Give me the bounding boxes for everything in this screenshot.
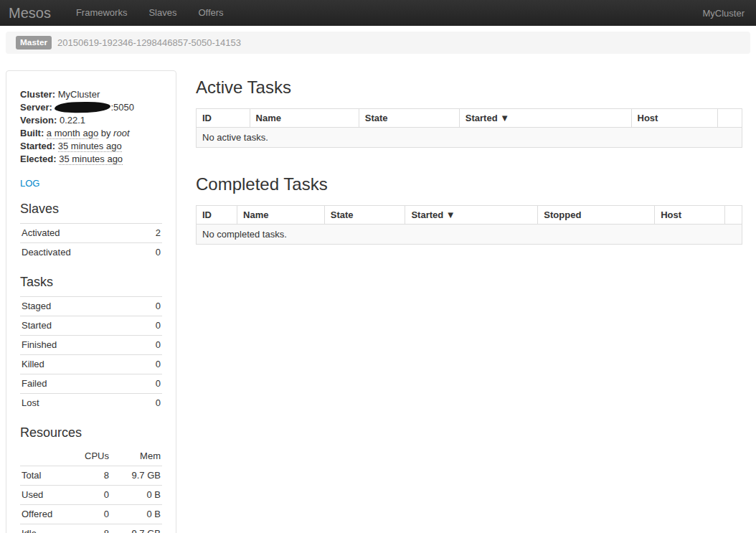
built-user: root xyxy=(113,128,129,138)
resources-idle-label: Idle xyxy=(20,524,69,533)
active-col-actions xyxy=(718,109,742,128)
breadcrumb: Master 20150619-192346-1298446857-5050-1… xyxy=(6,32,750,54)
empty-row: No completed tasks. xyxy=(197,225,742,245)
tasks-staged-count: 0 xyxy=(137,297,162,316)
resources-header-cpus: CPUs xyxy=(69,447,110,466)
sidebar-panel: Cluster: MyCluster Server: :5050 Version… xyxy=(6,70,176,533)
table-row: Used 0 0 B xyxy=(20,486,162,505)
tasks-heading: Tasks xyxy=(20,274,162,290)
table-row: Killed 0 xyxy=(20,355,162,374)
elected-time-tooltip: 35 minutes ago xyxy=(59,154,123,165)
tasks-started-count: 0 xyxy=(137,316,162,336)
completed-col-host[interactable]: Host xyxy=(655,206,725,225)
slaves-table: Activated 2 Deactivated 0 xyxy=(20,223,162,262)
resources-total-label: Total xyxy=(20,466,69,486)
server-port: :5050 xyxy=(110,102,134,113)
active-col-state[interactable]: State xyxy=(359,109,459,128)
redacted-server-address xyxy=(55,101,110,113)
tasks-finished-label: Finished xyxy=(20,336,137,355)
tasks-failed-label: Failed xyxy=(20,374,137,394)
slaves-deactivated-count: 0 xyxy=(143,243,162,263)
resources-heading: Resources xyxy=(20,425,162,440)
completed-col-name[interactable]: Name xyxy=(237,206,325,225)
version-value: 0.22.1 xyxy=(60,115,85,126)
active-tasks-title: Active Tasks xyxy=(196,77,742,98)
nav-item-frameworks[interactable]: Frameworks xyxy=(65,0,138,26)
completed-col-state[interactable]: State xyxy=(324,206,405,225)
info-line-server: Server: :5050 xyxy=(20,101,162,114)
tasks-lost-label: Lost xyxy=(20,394,137,413)
tasks-table: Staged 0 Started 0 Finished 0 Killed 0 F… xyxy=(20,296,162,412)
table-row: CPUs Mem xyxy=(20,447,162,466)
master-id-text: 20150619-192346-1298446857-5050-14153 xyxy=(57,37,241,48)
resources-used-label: Used xyxy=(20,486,69,505)
completed-tasks-title: Completed Tasks xyxy=(196,174,742,195)
resources-header-empty xyxy=(20,447,69,466)
slaves-activated-label: Activated xyxy=(20,224,143,243)
started-label: Started: xyxy=(20,141,55,151)
info-line-built: Built: a month ago by root xyxy=(20,127,162,140)
resources-offered-mem: 0 B xyxy=(110,505,162,524)
info-line-started: Started: 35 minutes ago xyxy=(20,140,162,153)
built-label: Built: xyxy=(20,128,44,138)
table-row: Staged 0 xyxy=(20,297,162,316)
info-line-version: Version: 0.22.1 xyxy=(20,114,162,127)
top-navbar: Mesos Frameworks Slaves Offers MyCluster xyxy=(0,0,756,26)
started-time-tooltip: 35 minutes ago xyxy=(58,141,122,152)
table-row: Failed 0 xyxy=(20,374,162,394)
info-line-elected: Elected: 35 minutes ago xyxy=(20,153,162,166)
table-row: Deactivated 0 xyxy=(20,243,162,263)
navbar-cluster-name: MyCluster xyxy=(702,8,745,19)
table-row: Finished 0 xyxy=(20,336,162,355)
nav-item-slaves[interactable]: Slaves xyxy=(138,0,187,26)
master-info-block: Cluster: MyCluster Server: :5050 Version… xyxy=(20,88,162,166)
completed-col-started-sorted[interactable]: Started ▼ xyxy=(405,206,538,225)
built-by-text: by xyxy=(101,128,111,138)
tasks-staged-label: Staged xyxy=(20,297,137,316)
table-row: Offered 0 0 B xyxy=(20,505,162,524)
active-col-host[interactable]: Host xyxy=(631,109,718,128)
main-nav: Frameworks Slaves Offers xyxy=(65,0,235,26)
resources-idle-mem: 9.7 GB xyxy=(110,524,162,533)
empty-row: No active tasks. xyxy=(197,128,742,148)
completed-col-stopped[interactable]: Stopped xyxy=(538,206,655,225)
table-row: Started 0 xyxy=(20,316,162,336)
elected-label: Elected: xyxy=(20,154,57,164)
version-label: Version: xyxy=(20,115,57,126)
resources-total-mem: 9.7 GB xyxy=(110,466,162,486)
table-header-row: ID Name State Started ▼ Stopped Host xyxy=(197,206,742,225)
resources-used-cpus: 0 xyxy=(69,486,110,505)
tasks-killed-count: 0 xyxy=(137,355,162,374)
resources-offered-cpus: 0 xyxy=(69,505,110,524)
nav-item-offers[interactable]: Offers xyxy=(187,0,234,26)
brand-link-mesos[interactable]: Mesos xyxy=(0,0,65,26)
table-row: Lost 0 xyxy=(20,394,162,413)
table-row: Activated 2 xyxy=(20,224,162,243)
cluster-label: Cluster: xyxy=(20,89,55,100)
active-col-id[interactable]: ID xyxy=(197,109,250,128)
tasks-finished-count: 0 xyxy=(137,336,162,355)
table-header-row: ID Name State Started ▼ Host xyxy=(197,109,742,128)
master-badge: Master xyxy=(16,36,52,49)
server-label: Server: xyxy=(20,102,52,113)
active-col-name[interactable]: Name xyxy=(250,109,359,128)
active-col-started-sorted[interactable]: Started ▼ xyxy=(459,109,631,128)
completed-col-id[interactable]: ID xyxy=(197,206,237,225)
slaves-deactivated-label: Deactivated xyxy=(20,243,143,263)
info-line-cluster: Cluster: MyCluster xyxy=(20,88,162,101)
log-link[interactable]: LOG xyxy=(20,178,39,189)
completed-col-actions xyxy=(725,206,742,225)
completed-tasks-table: ID Name State Started ▼ Stopped Host No … xyxy=(196,205,742,245)
main-content: Active Tasks ID Name State Started ▼ Hos… xyxy=(196,70,742,245)
resources-table: CPUs Mem Total 8 9.7 GB Used 0 0 B Offer… xyxy=(20,447,162,533)
tasks-started-label: Started xyxy=(20,316,137,336)
table-row: Idle 8 9.7 GB xyxy=(20,524,162,533)
slaves-activated-count: 2 xyxy=(143,224,162,243)
resources-total-cpus: 8 xyxy=(69,466,110,486)
resources-idle-cpus: 8 xyxy=(69,524,110,533)
completed-tasks-empty-message: No completed tasks. xyxy=(197,225,742,245)
resources-used-mem: 0 B xyxy=(110,486,162,505)
tasks-killed-label: Killed xyxy=(20,355,137,374)
resources-header-mem: Mem xyxy=(110,447,162,466)
built-time-tooltip: a month ago xyxy=(47,128,98,139)
